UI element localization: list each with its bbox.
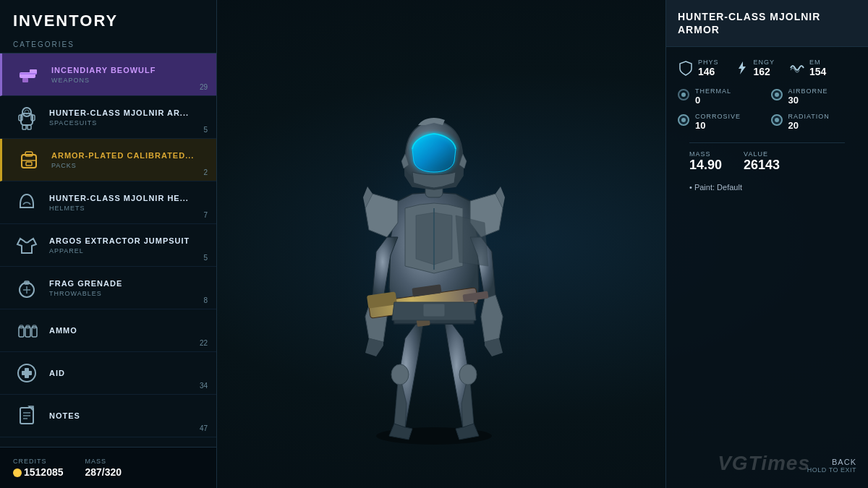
radiation-circle xyxy=(771,114,783,126)
mass-stat: MASS 287/320 xyxy=(85,458,122,478)
phys-value: 146 xyxy=(698,66,719,77)
engy-icon xyxy=(733,60,749,76)
item-mass-label: MASS xyxy=(689,150,722,158)
category-item-weapons[interactable]: INCENDIARY BEOWULF WEAPONS 29 xyxy=(0,53,216,96)
engy-info: ENGY 162 xyxy=(754,59,775,77)
mass-label: MASS xyxy=(85,458,122,465)
engy-stat: ENGY 162 xyxy=(733,59,775,77)
radiation-info: RADIATION 20 xyxy=(788,113,830,131)
apparel-count: 5 xyxy=(203,254,208,262)
phys-label: PHYS xyxy=(698,59,719,66)
category-item-ammo[interactable]: AMMO 22 xyxy=(0,309,216,352)
back-label: BACK xyxy=(807,458,856,466)
pack-icon xyxy=(15,146,43,174)
divider xyxy=(689,142,845,143)
packs-info: ARMOR-PLATED CALIBRATED... PACKS xyxy=(51,150,203,169)
sidebar-footer: CREDITS 1512085 MASS 287/320 xyxy=(0,447,216,488)
notes-name: NOTES xyxy=(49,411,203,421)
svg-point-3 xyxy=(459,364,477,385)
weapons-count: 29 xyxy=(200,83,208,91)
helmets-count: 7 xyxy=(203,211,208,219)
armor-character-svg xyxy=(311,35,557,454)
svg-rect-41 xyxy=(22,371,32,375)
paint-info: • Paint: Default xyxy=(678,183,856,192)
svg-rect-26 xyxy=(26,162,32,166)
notes-count: 47 xyxy=(200,424,208,432)
thermal-label: THERMAL xyxy=(695,87,731,95)
radiation-resist: RADIATION 20 xyxy=(771,113,857,131)
category-list: INCENDIARY BEOWULF WEAPONS 29 xyxy=(0,53,216,447)
category-item-aid[interactable]: AID 34 xyxy=(0,352,216,395)
apparel-name: ARGOS EXTRACTOR JUMPSUIT xyxy=(49,236,203,246)
radiation-dot xyxy=(775,118,779,122)
thermal-info: THERMAL 0 xyxy=(695,87,731,106)
watermark: VGTimes xyxy=(718,452,810,475)
thermal-circle xyxy=(678,89,689,100)
credits-icon xyxy=(13,468,22,477)
aid-icon xyxy=(13,359,41,387)
engy-label: ENGY xyxy=(754,59,775,66)
engy-value: 162 xyxy=(754,66,775,77)
credits-value: 1512085 xyxy=(13,466,64,478)
throwables-icon xyxy=(13,274,41,301)
credits-label: CREDITS xyxy=(13,458,64,465)
phys-info: PHYS 146 xyxy=(698,59,719,77)
corrosive-dot xyxy=(681,118,686,122)
category-item-throwables[interactable]: FRAG GRENADE THROWABLES 8 xyxy=(0,267,216,309)
svg-point-2 xyxy=(391,364,409,385)
item-value-label: VALUE xyxy=(744,150,780,158)
radiation-value: 20 xyxy=(788,120,830,131)
throwables-sub: THROWABLES xyxy=(49,290,203,297)
weapons-sub: WEAPONS xyxy=(51,77,203,84)
weapons-info: INCENDIARY BEOWULF WEAPONS xyxy=(51,65,203,84)
corrosive-circle xyxy=(678,114,689,126)
category-item-helmets[interactable]: HUNTER-CLASS MJOLNIR HE... HELMETS 7 xyxy=(0,181,216,224)
inventory-title: INVENTORY xyxy=(0,0,216,36)
ammo-icon xyxy=(13,317,41,344)
back-button[interactable]: BACK HOLD TO EXIT xyxy=(807,458,856,474)
mass-value: 287/320 xyxy=(85,466,122,478)
corrosive-info: CORROSIVE 10 xyxy=(695,113,741,131)
helmets-info: HUNTER-CLASS MJOLNIR HE... HELMETS xyxy=(49,193,203,212)
category-item-packs[interactable]: ARMOR-PLATED CALIBRATED... PACKS 2 xyxy=(0,139,216,181)
spacesuits-info: HUNTER-CLASS MJOLNIR AR... SPACESUITS xyxy=(49,108,203,127)
apparel-sub: APPAREL xyxy=(49,247,203,254)
back-sublabel: HOLD TO EXIT xyxy=(807,466,856,474)
notes-info: NOTES xyxy=(49,411,203,421)
airborne-info: AIRBORNE 30 xyxy=(788,87,828,106)
mass-value-row: MASS 14.90 VALUE 26143 xyxy=(678,150,856,173)
resist-grid: THERMAL 0 AIRBORNE 30 CORROSIVE xyxy=(678,87,856,131)
svg-rect-15 xyxy=(20,73,37,74)
svg-point-17 xyxy=(22,108,31,116)
item-title: HUNTER-CLASS MJOLNIRARMOR xyxy=(678,10,856,36)
notes-icon xyxy=(13,402,41,429)
spacesuits-name: HUNTER-CLASS MJOLNIR AR... xyxy=(49,108,203,118)
corrosive-value: 10 xyxy=(695,120,741,131)
aid-name: AID xyxy=(49,368,203,378)
ammo-count: 22 xyxy=(200,339,208,347)
em-label: EM xyxy=(809,59,826,66)
phys-icon xyxy=(678,60,694,76)
airborne-value: 30 xyxy=(788,95,828,106)
aid-info: AID xyxy=(49,368,203,378)
spacesuits-sub: SPACESUITS xyxy=(49,119,203,127)
packs-sub: PACKS xyxy=(51,162,203,169)
item-value-value: 26143 xyxy=(744,158,780,173)
airborne-label: AIRBORNE xyxy=(788,87,828,95)
item-title-bar: HUNTER-CLASS MJOLNIRARMOR xyxy=(666,0,868,47)
apparel-icon xyxy=(13,231,41,259)
spacesuits-count: 5 xyxy=(203,126,208,134)
primary-stats-row: PHYS 146 ENGY 162 xyxy=(678,59,856,77)
category-item-apparel[interactable]: ARGOS EXTRACTOR JUMPSUIT APPAREL 5 xyxy=(0,224,216,267)
category-item-notes[interactable]: NOTES 47 xyxy=(0,395,216,437)
throwables-name: FRAG GRENADE xyxy=(49,278,203,288)
weapons-icon xyxy=(15,61,43,88)
character-figure xyxy=(311,35,557,454)
category-item-spacesuits[interactable]: HUNTER-CLASS MJOLNIR AR... SPACESUITS 5 xyxy=(0,96,216,139)
character-viewport xyxy=(217,0,651,488)
spacesuit-icon xyxy=(13,103,41,131)
weapons-name: INCENDIARY BEOWULF xyxy=(51,65,203,75)
helmet-icon xyxy=(13,189,41,216)
em-stat: EM 154 xyxy=(789,59,826,77)
ammo-info: AMMO xyxy=(49,325,203,335)
